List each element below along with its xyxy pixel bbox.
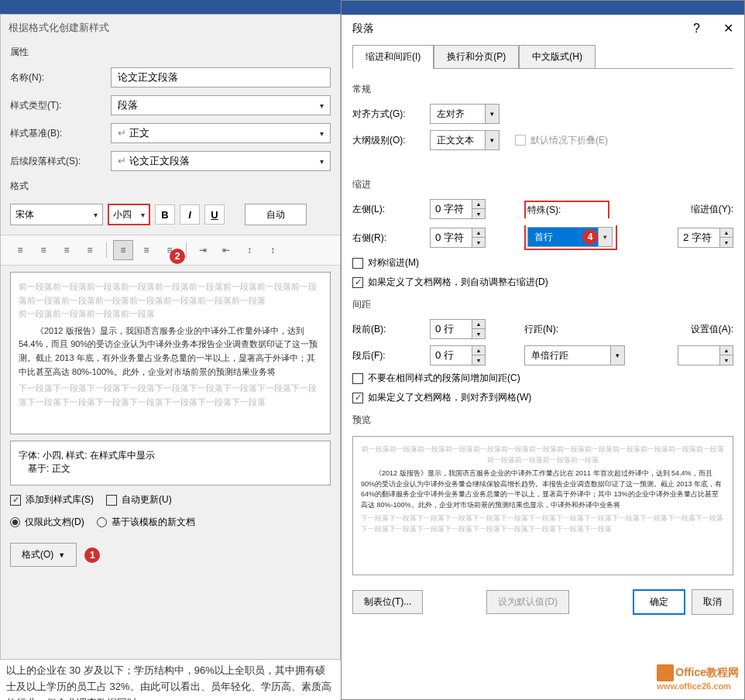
tab-indent-spacing[interactable]: 缩进和间距(I) (352, 45, 434, 69)
indent-increase-icon[interactable]: ⇥ (193, 240, 213, 260)
auto-update-checkbox[interactable]: 自动更新(U) (106, 493, 172, 506)
set-default-button[interactable]: 设为默认值(D) (486, 590, 569, 614)
underline-button[interactable]: U (204, 204, 225, 225)
down-arrow-icon[interactable]: ▼ (472, 329, 485, 338)
after-spinner[interactable]: ▲▼ (430, 345, 486, 365)
checkbox-icon (352, 277, 363, 288)
chevron-down-icon: ▾ (320, 101, 324, 110)
name-input[interactable] (111, 67, 331, 88)
badge-4: 4 (582, 229, 598, 245)
set-value-spinner[interactable]: ▲▼ (678, 345, 733, 365)
checkbox-icon (10, 495, 21, 506)
snap-grid-checkbox[interactable]: 如果定义了文档网格，则对齐到网格(W) (352, 391, 531, 404)
indent-value-spinner[interactable]: ▲▼ (678, 228, 733, 248)
space-before-icon[interactable]: ↕ (239, 240, 259, 260)
align-select[interactable]: 左对齐 ▾ (430, 104, 500, 124)
down-arrow-icon[interactable]: ▼ (472, 238, 485, 247)
down-arrow-icon[interactable]: ▼ (472, 355, 485, 365)
tab-chinese-layout[interactable]: 中文版式(H) (519, 45, 596, 69)
checkbox-icon (352, 373, 363, 384)
align-center-icon[interactable]: ≡ (33, 240, 53, 260)
chevron-down-icon: ▾ (320, 157, 324, 166)
template-based-radio[interactable]: 基于该模板的新文档 (97, 516, 195, 529)
paragraph-preview: 前一段落前一段落前一段落前一段落前一段落前一段落前一段落前一段落前一段落前一段落… (352, 436, 733, 575)
general-label: 常规 (352, 77, 733, 101)
style-base-select[interactable]: ↵正文▾ (111, 123, 331, 143)
italic-button[interactable]: I (180, 204, 200, 225)
color-select[interactable]: 自动 (245, 204, 307, 225)
no-space-same-checkbox[interactable]: 不要在相同样式的段落间增加间距(C) (352, 372, 520, 385)
spacing-label: 间距 (352, 292, 733, 316)
dialog-title: 段落 (352, 22, 374, 36)
up-arrow-icon[interactable]: ▲ (472, 346, 485, 355)
tab-line-page[interactable]: 换行和分页(P) (434, 45, 519, 69)
chevron-down-icon: ▾ (94, 211, 98, 219)
line-spacing-select[interactable]: 单倍行距 ▾ (524, 345, 625, 365)
badge-1: 1 (84, 547, 100, 563)
space-after-icon[interactable]: ↕ (263, 240, 283, 260)
tabs-button[interactable]: 制表位(T)... (352, 590, 423, 614)
chevron-down-icon: ▾ (610, 346, 624, 365)
ok-button[interactable]: 确定 (633, 589, 685, 615)
align-left-icon[interactable]: ≡ (10, 240, 30, 260)
style-type-select[interactable]: 段落▾ (111, 95, 331, 115)
special-label: 特殊(S): (527, 204, 605, 217)
align-right-icon[interactable]: ≡ (57, 240, 77, 260)
checkbox-icon (352, 258, 363, 269)
right-indent-label: 右侧(R): (352, 232, 422, 245)
help-icon[interactable]: ? (693, 22, 700, 36)
bold-button[interactable]: B (155, 204, 175, 225)
preview-label: 预览 (352, 407, 733, 431)
up-arrow-icon[interactable]: ▲ (720, 228, 733, 238)
before-spinner[interactable]: ▲▼ (430, 319, 486, 339)
down-arrow-icon[interactable]: ▼ (472, 209, 485, 218)
line-spacing-15-icon[interactable]: ≡ (136, 240, 156, 260)
up-arrow-icon[interactable]: ▲ (472, 228, 485, 238)
create-style-dialog: 根据格式化创建新样式 属性 名称(N): 样式类型(T): 段落▾ 样式基准(B… (0, 14, 341, 660)
mirror-indent-checkbox[interactable]: 对称缩进(M) (352, 256, 419, 269)
outline-select[interactable]: 正文文本 ▾ (430, 130, 500, 150)
after-label: 段后(F): (352, 349, 422, 362)
special-indent-select[interactable]: 首行 4 ▾ (527, 227, 613, 247)
chevron-down-icon: ▾ (320, 129, 324, 138)
down-arrow-icon[interactable]: ▼ (720, 355, 733, 365)
chevron-down-icon: ▾ (598, 228, 612, 246)
left-indent-label: 左侧(L): (352, 203, 422, 216)
doc-only-radio[interactable]: 仅限此文档(D) (10, 516, 84, 529)
badge-2: 2 (170, 249, 185, 264)
right-indent-spinner[interactable]: ▲▼ (430, 228, 486, 248)
cancel-button[interactable]: 取消 (692, 589, 733, 615)
down-arrow-icon[interactable]: ▼ (720, 238, 733, 247)
name-label: 名称(N): (10, 71, 103, 84)
collapse-default-checkbox: 默认情况下折叠(E) (515, 134, 608, 147)
indent-decrease-icon[interactable]: ⇤ (216, 240, 236, 260)
properties-label: 属性 (1, 41, 340, 63)
radio-icon (10, 517, 20, 527)
outline-label: 大纲级别(O): (352, 134, 422, 147)
up-arrow-icon[interactable]: ▲ (472, 320, 485, 329)
up-arrow-icon[interactable]: ▲ (472, 200, 485, 209)
style-preview: 前一段落前一段落前一段落前一段落前一段落前一段落前一段落前一段落前一段落前一段落… (10, 272, 331, 434)
follow-style-select[interactable]: ↵论文正文段落▾ (111, 151, 331, 171)
line-spacing-label: 行距(N): (524, 323, 609, 336)
close-icon[interactable]: ✕ (723, 21, 733, 36)
chevron-down-icon: ▾ (485, 105, 499, 123)
left-indent-spinner[interactable]: ▲▼ (430, 199, 486, 219)
checkbox-icon (106, 495, 117, 506)
checkbox-icon (352, 393, 363, 403)
radio-icon (97, 517, 107, 527)
style-base-label: 样式基准(B): (10, 127, 103, 140)
format-button[interactable]: 格式(O) ▼ (10, 543, 77, 567)
align-justify-icon[interactable]: ≡ (80, 240, 100, 260)
font-size-select[interactable]: 小四▾ (108, 204, 150, 225)
up-arrow-icon[interactable]: ▲ (720, 346, 733, 355)
chevron-down-icon: ▾ (141, 211, 145, 219)
add-to-gallery-checkbox[interactable]: 添加到样式库(S) (10, 493, 94, 506)
document-body-text: 以上的企业在 30 岁及以下；学历结构中，96%以上全职员，其中拥有硕士及以上学… (0, 660, 341, 700)
align-label: 对齐方式(G): (352, 108, 422, 121)
dialog-title: 根据格式化创建新样式 (1, 15, 340, 41)
font-select[interactable]: 宋体▾ (10, 204, 103, 225)
auto-adjust-checkbox[interactable]: 如果定义了文档网格，则自动调整右缩进(D) (352, 276, 548, 289)
line-spacing-1-icon[interactable]: ≡ (113, 240, 133, 260)
indent-label: 缩进 (352, 172, 733, 196)
